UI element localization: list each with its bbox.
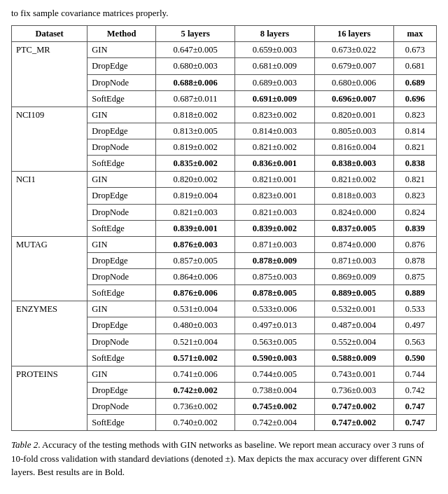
- value-cell: 0.821±0.003: [156, 204, 235, 220]
- value-cell: 0.497±0.013: [235, 317, 314, 334]
- value-cell: 0.875: [393, 269, 436, 285]
- value-cell: 0.747: [393, 415, 436, 431]
- method-cell: DropEdge: [88, 252, 156, 268]
- value-cell: 0.552±0.004: [314, 334, 393, 350]
- method-cell: DropNode: [88, 74, 156, 90]
- value-cell: 0.839: [393, 220, 436, 236]
- table-row: PROTEINSGIN0.741±0.0060.744±0.0050.743±0…: [12, 366, 437, 382]
- method-cell: SoftEdge: [88, 156, 156, 172]
- dataset-cell: MUTAG: [12, 236, 88, 301]
- value-cell: 0.745±0.002: [235, 399, 314, 415]
- value-cell: 0.736±0.003: [314, 382, 393, 398]
- value-cell: 0.816±0.004: [314, 139, 393, 156]
- method-cell: DropNode: [88, 334, 156, 350]
- value-cell: 0.687±0.011: [156, 90, 235, 107]
- value-cell: 0.864±0.006: [156, 269, 235, 285]
- value-cell: 0.823: [393, 107, 436, 123]
- value-cell: 0.689: [393, 74, 436, 90]
- value-cell: 0.742: [393, 382, 436, 398]
- value-cell: 0.696±0.007: [314, 90, 393, 107]
- method-cell: DropEdge: [88, 188, 156, 204]
- value-cell: 0.876±0.006: [156, 285, 235, 301]
- value-cell: 0.836±0.001: [235, 156, 314, 172]
- value-cell: 0.824: [393, 204, 436, 220]
- value-cell: 0.691±0.009: [235, 90, 314, 107]
- value-cell: 0.871±0.003: [235, 236, 314, 252]
- col-header-16layers: 16 layers: [314, 26, 393, 42]
- value-cell: 0.821±0.002: [235, 139, 314, 156]
- value-cell: 0.679±0.007: [314, 58, 393, 74]
- method-cell: DropEdge: [88, 58, 156, 74]
- method-cell: DropEdge: [88, 123, 156, 139]
- col-header-8layers: 8 layers: [235, 26, 314, 42]
- value-cell: 0.563: [393, 334, 436, 350]
- value-cell: 0.823±0.002: [235, 107, 314, 123]
- value-cell: 0.747: [393, 399, 436, 415]
- value-cell: 0.533: [393, 301, 436, 317]
- value-cell: 0.878: [393, 252, 436, 268]
- method-cell: GIN: [88, 172, 156, 188]
- value-cell: 0.837±0.005: [314, 220, 393, 236]
- value-cell: 0.563±0.005: [235, 334, 314, 350]
- value-cell: 0.820±0.002: [156, 172, 235, 188]
- method-cell: GIN: [88, 366, 156, 382]
- value-cell: 0.487±0.004: [314, 317, 393, 334]
- value-cell: 0.869±0.009: [314, 269, 393, 285]
- results-table: Dataset Method 5 layers 8 layers 16 laye…: [11, 25, 437, 431]
- col-header-5layers: 5 layers: [156, 26, 235, 42]
- value-cell: 0.588±0.009: [314, 350, 393, 366]
- value-cell: 0.805±0.003: [314, 123, 393, 139]
- method-cell: DropEdge: [88, 317, 156, 334]
- method-cell: SoftEdge: [88, 415, 156, 431]
- value-cell: 0.689±0.003: [235, 74, 314, 90]
- value-cell: 0.871±0.003: [314, 252, 393, 268]
- value-cell: 0.680±0.003: [156, 58, 235, 74]
- value-cell: 0.821±0.002: [314, 172, 393, 188]
- method-cell: DropNode: [88, 139, 156, 156]
- method-cell: DropEdge: [88, 382, 156, 398]
- caption-label: Table 2: [11, 439, 38, 450]
- method-cell: SoftEdge: [88, 220, 156, 236]
- value-cell: 0.878±0.005: [235, 285, 314, 301]
- value-cell: 0.743±0.001: [314, 366, 393, 382]
- method-cell: GIN: [88, 236, 156, 252]
- value-cell: 0.875±0.003: [235, 269, 314, 285]
- value-cell: 0.480±0.003: [156, 317, 235, 334]
- value-cell: 0.818±0.002: [156, 107, 235, 123]
- value-cell: 0.532±0.001: [314, 301, 393, 317]
- method-cell: DropNode: [88, 204, 156, 220]
- method-cell: GIN: [88, 42, 156, 58]
- value-cell: 0.659±0.003: [235, 42, 314, 58]
- value-cell: 0.497: [393, 317, 436, 334]
- value-cell: 0.744: [393, 366, 436, 382]
- value-cell: 0.813±0.005: [156, 123, 235, 139]
- table-row: NCI109GIN0.818±0.0020.823±0.0020.820±0.0…: [12, 107, 437, 123]
- method-cell: SoftEdge: [88, 90, 156, 107]
- value-cell: 0.738±0.004: [235, 382, 314, 398]
- value-cell: 0.736±0.002: [156, 399, 235, 415]
- method-cell: GIN: [88, 301, 156, 317]
- value-cell: 0.819±0.002: [156, 139, 235, 156]
- value-cell: 0.839±0.001: [156, 220, 235, 236]
- table-header-row: Dataset Method 5 layers 8 layers 16 laye…: [12, 26, 437, 42]
- value-cell: 0.747±0.002: [314, 415, 393, 431]
- value-cell: 0.814±0.003: [235, 123, 314, 139]
- table-row: MUTAGGIN0.876±0.0030.871±0.0030.874±0.00…: [12, 236, 437, 252]
- value-cell: 0.876: [393, 236, 436, 252]
- value-cell: 0.742±0.002: [156, 382, 235, 398]
- method-cell: DropNode: [88, 399, 156, 415]
- table-caption: Table 2. Accuracy of the testing methods…: [11, 438, 437, 479]
- value-cell: 0.821: [393, 172, 436, 188]
- value-cell: 0.681±0.009: [235, 58, 314, 74]
- value-cell: 0.838±0.003: [314, 156, 393, 172]
- dataset-cell: PROTEINS: [12, 366, 88, 431]
- col-header-max: max: [393, 26, 436, 42]
- value-cell: 0.521±0.004: [156, 334, 235, 350]
- dataset-cell: NCI1: [12, 172, 88, 237]
- value-cell: 0.878±0.009: [235, 252, 314, 268]
- value-cell: 0.533±0.006: [235, 301, 314, 317]
- value-cell: 0.821: [393, 139, 436, 156]
- value-cell: 0.744±0.005: [235, 366, 314, 382]
- value-cell: 0.590±0.003: [235, 350, 314, 366]
- table-row: PTC_MRGIN0.647±0.0050.659±0.0030.673±0.0…: [12, 42, 437, 58]
